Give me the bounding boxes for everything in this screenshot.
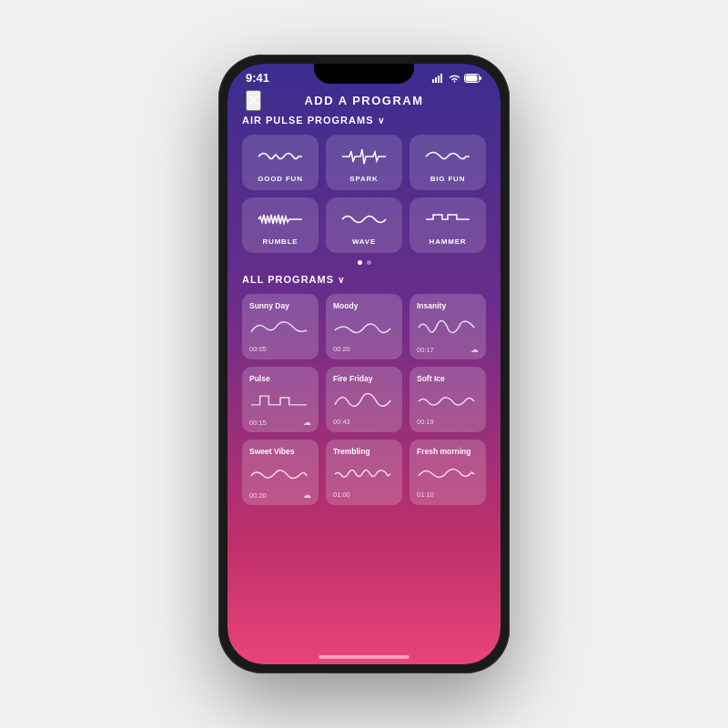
all-programs-section: ALL PROGRAMS ∨ Sunny Day 00:05 [228,274,500,505]
pagination-dot-2 [367,260,371,265]
program-spark[interactable]: SPARK [326,135,402,190]
card-soft-ice-wave [417,387,479,414]
all-programs-chevron[interactable]: ∨ [338,275,345,285]
card-sunny-day-footer: 00:05 [249,345,311,353]
pagination-dot-1 [358,260,362,265]
card-pulse-footer: 00:15 ☁ [249,418,311,427]
card-trembling-time: 01:00 [333,490,350,499]
svg-rect-6 [466,75,478,81]
air-pulse-section-title: AIR PULSE PROGRAMS ∨ [242,115,486,126]
card-moody[interactable]: Moody 00:20 [326,294,402,359]
card-sweet-vibes-time: 00:20 [249,491,267,500]
signal-icon [432,74,445,83]
card-pulse[interactable]: Pulse 00:15 ☁ [242,367,318,432]
close-button[interactable]: ✕ [246,90,261,111]
card-pulse-time: 00:15 [249,419,267,427]
home-indicator [318,655,410,659]
hammer-icon [424,207,471,232]
status-icons [432,74,482,83]
card-soft-ice[interactable]: Soft Ice 00:19 [410,367,486,432]
spark-icon [340,144,388,169]
card-pulse-name: Pulse [249,374,311,383]
card-insanity-wave [417,314,479,341]
wifi-icon [449,74,460,83]
card-fresh-morning-footer: 01:10 [417,490,479,499]
program-wave[interactable]: WAVE [326,197,402,253]
good-fun-icon [257,144,304,169]
battery-icon [464,74,482,83]
card-fire-friday-name: Fire Friday [333,374,395,383]
card-sunny-day[interactable]: Sunny Day 00:05 [242,294,318,359]
card-insanity-name: Insanity [417,301,479,310]
program-hammer[interactable]: HAMMER [410,197,486,253]
card-fire-friday-footer: 00:43 [333,418,395,426]
card-fresh-morning-wave [417,460,479,487]
program-good-fun[interactable]: GOOD FUN [242,135,318,190]
sweet-vibes-cloud-icon: ☁ [303,490,311,500]
card-fire-friday-wave [333,387,395,414]
pagination [228,260,500,265]
notch [314,64,414,84]
insanity-cloud-icon: ☁ [470,345,479,354]
scroll-content: AIR PULSE PROGRAMS ∨ GOOD FUN [228,115,500,664]
card-trembling-name: Trembling [333,447,395,456]
card-sweet-vibes[interactable]: Sweet Vibes 00:20 ☁ [242,440,318,505]
spark-label: SPARK [349,175,378,183]
card-pulse-wave [249,387,311,414]
app-header: ✕ ADD A PROGRAM [228,88,500,115]
card-insanity-footer: 00:17 ☁ [417,345,479,354]
card-moody-footer: 00:20 [333,345,395,353]
card-soft-ice-footer: 00:19 [417,418,479,426]
all-programs-section-title: ALL PROGRAMS ∨ [242,274,486,285]
card-insanity-time: 00:17 [417,346,434,354]
card-moody-wave [333,314,395,341]
app-screen: 9:41 [228,64,500,664]
program-rumble[interactable]: RUMBLE [242,197,318,253]
svg-rect-5 [480,76,481,80]
phone-screen: 9:41 [228,64,500,664]
card-moody-name: Moody [333,301,395,310]
card-fire-friday-time: 00:43 [333,418,350,426]
air-pulse-grid: GOOD FUN SPARK [242,135,486,253]
card-sunny-day-wave [249,314,311,341]
card-fresh-morning-name: Fresh morning [417,447,479,456]
hammer-label: HAMMER [430,238,467,246]
card-moody-time: 00:20 [333,345,350,353]
card-soft-ice-time: 00:19 [417,418,434,426]
card-sunny-day-time: 00:05 [249,345,267,353]
svg-rect-2 [438,76,440,83]
page-title: ADD A PROGRAM [304,94,423,107]
good-fun-label: GOOD FUN [258,175,303,183]
wave-label: WAVE [352,238,376,246]
big-fun-label: BIG FUN [430,175,466,183]
card-sweet-vibes-footer: 00:20 ☁ [249,490,311,500]
svg-rect-3 [440,74,442,83]
status-time: 9:41 [246,71,269,85]
card-sweet-vibes-wave [249,460,311,487]
pulse-cloud-icon: ☁ [303,418,311,427]
card-soft-ice-name: Soft Ice [417,374,479,383]
card-sunny-day-name: Sunny Day [249,301,311,310]
rumble-label: RUMBLE [262,238,298,246]
card-trembling-footer: 01:00 [333,490,395,499]
rumble-icon [257,207,304,232]
svg-rect-1 [435,77,437,83]
program-big-fun[interactable]: BIG FUN [410,135,486,190]
air-pulse-section: AIR PULSE PROGRAMS ∨ GOOD FUN [228,115,500,253]
wave-icon [340,207,388,232]
card-insanity[interactable]: Insanity 00:17 ☁ [410,294,486,359]
card-sweet-vibes-name: Sweet Vibes [249,447,311,456]
card-trembling[interactable]: Trembling 01:00 [326,440,402,505]
card-fresh-morning[interactable]: Fresh morning 01:10 [410,440,486,505]
all-programs-grid: Sunny Day 00:05 Moody [242,294,486,505]
card-fresh-morning-time: 01:10 [417,490,434,499]
air-pulse-chevron[interactable]: ∨ [378,116,385,126]
big-fun-icon [424,144,471,169]
card-fire-friday[interactable]: Fire Friday 00:43 [326,367,402,432]
card-trembling-wave [333,460,395,487]
phone-frame: 9:41 [218,55,510,673]
svg-rect-0 [432,79,434,83]
